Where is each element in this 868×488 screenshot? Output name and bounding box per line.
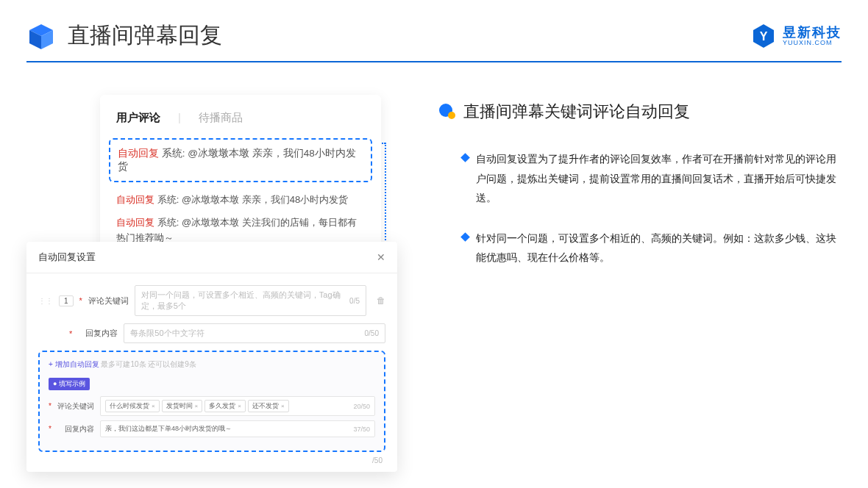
- required-star: *: [49, 402, 51, 410]
- tag-chip[interactable]: 还不发货×: [248, 400, 289, 412]
- delete-icon[interactable]: 🗑: [377, 295, 385, 306]
- reply-placeholder: 每条限50个中文字符: [130, 328, 204, 339]
- required-star: *: [69, 329, 72, 338]
- comment-text: @冰墩墩本墩 亲亲，我们48小时内发货: [182, 194, 348, 205]
- required-star: *: [49, 425, 51, 433]
- page-title: 直播间弹幕回复: [68, 21, 750, 51]
- example-reply-text: 亲，我们这边都是下单48小时内发货的哦～: [105, 424, 232, 434]
- required-star: *: [79, 296, 82, 305]
- bottom-count: /50: [38, 456, 385, 464]
- tag-remove-icon[interactable]: ×: [195, 403, 199, 409]
- example-keyword-input[interactable]: 什么时候发货×发货时间×多久发货×还不发货× 20/50: [100, 396, 375, 416]
- system-label: 系统:: [157, 217, 179, 228]
- example-badge: ● 填写示例: [49, 378, 90, 390]
- example-tags: 什么时候发货×发货时间×多久发货×还不发货×: [105, 400, 291, 412]
- system-label: 系统:: [162, 148, 185, 159]
- add-auto-reply-link[interactable]: + 增加自动回复: [49, 360, 99, 368]
- example-reply-count: 37/50: [353, 426, 370, 433]
- bullet-text: 针对同一个问题，可设置多个相近的、高频的关键词。例如：这款多少钱、这块能优惠吗、…: [476, 229, 842, 268]
- example-keyword-count: 20/50: [353, 403, 370, 410]
- brand-block: Y 昱新科技 YUUXIN.COM: [750, 23, 842, 49]
- reply-input[interactable]: 每条限50个中文字符 0/50: [124, 323, 385, 343]
- example-reply-label: 回复内容: [57, 424, 94, 434]
- auto-reply-tag: 自动回复: [118, 148, 159, 159]
- tag-remove-icon[interactable]: ×: [238, 403, 241, 409]
- close-icon[interactable]: ✕: [377, 251, 385, 263]
- auto-reply-settings-card: 自动回复设置 ✕ ⋮⋮ 1 * 评论关键词 对同一个问题，可设置多个相近、高频的…: [26, 242, 397, 472]
- settings-title: 自动回复设置: [38, 251, 96, 264]
- example-block: + 增加自动回复 最多可建10条 还可以创建9条 ● 填写示例 * 评论关键词 …: [38, 351, 385, 452]
- add-note: 最多可建10条 还可以创建9条: [101, 360, 196, 368]
- tab-pending-products[interactable]: 待播商品: [199, 111, 243, 125]
- brand-logo-icon: Y: [750, 23, 777, 49]
- reply-label: 回复内容: [78, 328, 118, 339]
- brand-name: 昱新科技: [783, 26, 842, 39]
- comment-row: 自动回复 系统: @冰墩墩本墩 亲亲，我们48小时内发货: [116, 193, 365, 208]
- reply-char-count: 0/50: [365, 329, 379, 337]
- brand-url: YUUXIN.COM: [783, 39, 833, 46]
- keyword-label: 评论关键词: [88, 295, 129, 306]
- bullet-text: 自动回复设置为了提升作者的评论回复效率，作者可在开播前针对常见的评论用户问题，提…: [476, 149, 842, 208]
- keyword-char-count: 0/5: [349, 297, 360, 305]
- auto-reply-tag: 自动回复: [116, 194, 154, 205]
- row-number: 1: [59, 295, 74, 306]
- svg-text:Y: Y: [760, 30, 768, 43]
- tag-remove-icon[interactable]: ×: [281, 403, 285, 409]
- example-reply-input[interactable]: 亲，我们这边都是下单48小时内发货的哦～ 37/50: [100, 420, 375, 437]
- keyword-placeholder: 对同一个问题，可设置多个相近、高频的关键词，Tag确定，最多5个: [141, 290, 349, 312]
- tab-user-comments[interactable]: 用户评论: [116, 111, 160, 125]
- diamond-icon: [460, 153, 470, 162]
- auto-reply-tag: 自动回复: [116, 217, 154, 228]
- highlighted-comment: 自动回复 系统: @冰墩墩本墩 亲亲，我们48小时内发货: [109, 138, 372, 182]
- bullet-item: 针对同一个问题，可设置多个相近的、高频的关键词。例如：这款多少钱、这块能优惠吗、…: [438, 229, 842, 268]
- section-title: 直播间弹幕关键词评论自动回复: [463, 101, 690, 123]
- svg-point-5: [448, 112, 455, 119]
- tag-remove-icon[interactable]: ×: [152, 403, 155, 409]
- tag-chip[interactable]: 多久发货×: [204, 400, 246, 412]
- tab-divider: |: [178, 111, 181, 125]
- keyword-input[interactable]: 对同一个问题，可设置多个相近、高频的关键词，Tag确定，最多5个 0/5: [135, 285, 366, 316]
- tag-chip[interactable]: 发货时间×: [162, 400, 203, 412]
- cube-icon: [26, 21, 56, 51]
- bullet-item: 自动回复设置为了提升作者的评论回复效率，作者可在开播前针对常见的评论用户问题，提…: [438, 149, 842, 208]
- bubble-icon: [438, 103, 456, 121]
- tag-chip[interactable]: 什么时候发货×: [105, 400, 160, 412]
- example-keyword-label: 评论关键词: [57, 401, 94, 412]
- diamond-icon: [460, 232, 470, 242]
- system-label: 系统:: [157, 194, 179, 205]
